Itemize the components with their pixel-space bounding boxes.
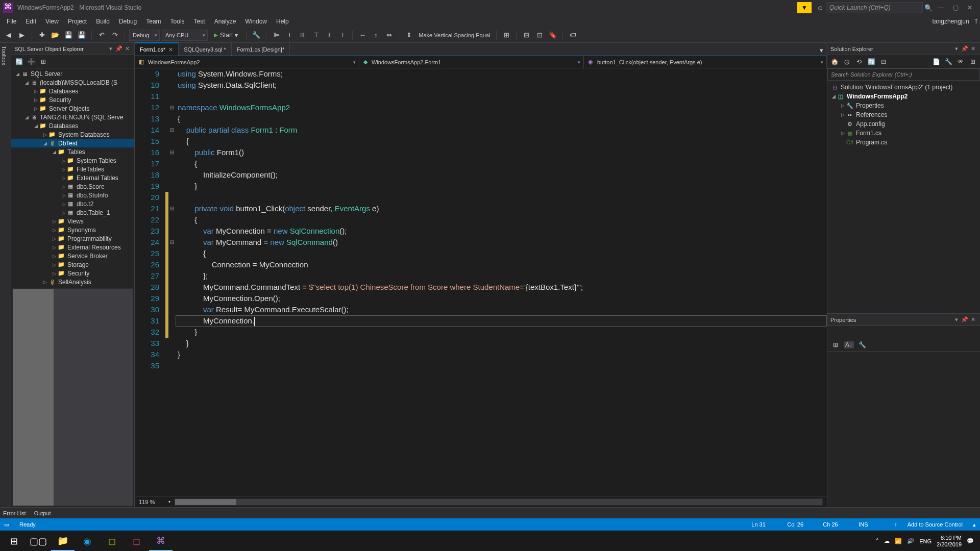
- maximize-button[interactable]: ▢: [948, 4, 963, 11]
- menu-file[interactable]: File: [2, 18, 21, 25]
- tray-lang[interactable]: ENG: [919, 538, 932, 544]
- tray-notifications-icon[interactable]: 💬: [967, 538, 974, 544]
- tab-sqlquery3[interactable]: SQLQuery3.sql *: [179, 43, 232, 56]
- explorer-taskbar-icon[interactable]: 📁: [51, 532, 75, 551]
- solution-tree[interactable]: ⊡Solution 'WindowsFormsApp2' (1 project)…: [827, 81, 980, 313]
- editor-hscroll[interactable]: [175, 498, 823, 506]
- menu-build[interactable]: Build: [91, 18, 114, 25]
- menu-analyze[interactable]: Analyze: [210, 18, 241, 25]
- props-az-icon[interactable]: A↓: [844, 341, 854, 348]
- sql-tree[interactable]: ◢🖥SQL Server ◢🖥(localdb)\MSSQLLocalDB (S…: [11, 68, 134, 287]
- menu-help[interactable]: Help: [272, 18, 293, 25]
- app-taskbar-icon-2[interactable]: ◻: [125, 532, 148, 551]
- undo-button[interactable]: ↶: [96, 30, 107, 41]
- menu-debug[interactable]: Debug: [114, 18, 141, 25]
- browser-taskbar-icon[interactable]: ◉: [76, 532, 99, 551]
- dropdown-icon[interactable]: ▾: [107, 45, 115, 52]
- se-collapse-icon[interactable]: ⊟: [878, 58, 889, 65]
- tray-up-icon[interactable]: ˄: [876, 538, 879, 544]
- uncomment-icon[interactable]: ⊡: [534, 30, 545, 41]
- tabs-dropdown-icon[interactable]: ▾: [816, 44, 827, 56]
- output-tab[interactable]: Output: [34, 510, 51, 516]
- sql-hscroll[interactable]: [12, 288, 133, 506]
- nav-member-combo[interactable]: button1_Click(object sender, EventArgs e…: [584, 56, 827, 68]
- save-button[interactable]: 💾: [63, 30, 74, 41]
- se-refresh-icon[interactable]: 🔄: [866, 58, 876, 65]
- close-button[interactable]: ✕: [963, 4, 977, 11]
- se-pin-icon[interactable]: 📌: [961, 45, 969, 52]
- system-tray[interactable]: ˄ ☁ 📶 🔊 ENG 8:10 PM 2/20/2019 💬: [876, 535, 978, 548]
- bookmark2-icon[interactable]: 🏷: [567, 30, 578, 41]
- nav-fwd-button[interactable]: ▶: [16, 30, 28, 41]
- menu-tools[interactable]: Tools: [166, 18, 189, 25]
- tray-clock[interactable]: 8:10 PM 2/20/2019: [937, 535, 962, 548]
- align-top-icon[interactable]: ⊤: [310, 30, 322, 41]
- vspacing-icon[interactable]: ⇕: [403, 30, 414, 41]
- se-preview-icon[interactable]: 👁: [955, 58, 966, 65]
- hspace-icon[interactable]: ↔: [357, 30, 368, 41]
- align-mid-icon[interactable]: ⁞: [324, 30, 335, 41]
- pin-icon[interactable]: 📌: [115, 45, 123, 52]
- layout-icon[interactable]: 🔧: [251, 30, 262, 41]
- tab-form1-design[interactable]: Form1.cs [Design]*: [232, 43, 290, 56]
- props-wrench-icon[interactable]: 🔧: [857, 341, 867, 348]
- user-avatar[interactable]: T: [974, 18, 978, 25]
- align-right-icon[interactable]: ⊪: [297, 30, 308, 41]
- app-taskbar-icon-1[interactable]: ◻: [100, 532, 124, 551]
- se-back-icon[interactable]: ◶: [842, 58, 852, 65]
- start-button[interactable]: Start ▾: [210, 32, 242, 39]
- tray-cloud-icon[interactable]: ☁: [884, 538, 890, 544]
- se-close-icon[interactable]: ✕: [969, 45, 977, 52]
- nav-back-button[interactable]: ◀: [3, 30, 14, 41]
- task-view-button[interactable]: ▢▢: [27, 532, 50, 551]
- menu-test[interactable]: Test: [189, 18, 210, 25]
- se-home-icon[interactable]: 🏠: [829, 58, 840, 65]
- se-dropdown-icon[interactable]: ▾: [952, 45, 961, 52]
- zoom-combo[interactable]: 119 %: [139, 499, 164, 505]
- search-icon[interactable]: 🔍: [923, 2, 934, 13]
- config-combo[interactable]: Debug: [129, 30, 160, 41]
- close-panel-icon[interactable]: ✕: [123, 45, 131, 52]
- quick-launch-input[interactable]: Quick Launch (Ctrl+Q): [826, 2, 923, 13]
- menu-edit[interactable]: Edit: [21, 18, 41, 25]
- align-center-icon[interactable]: ⁞: [284, 30, 295, 41]
- se-sync-icon[interactable]: ⟲: [854, 58, 864, 65]
- spacing-label[interactable]: Make Vertical Spacing Equal: [416, 32, 492, 38]
- props-dropdown-icon[interactable]: ▾: [952, 316, 961, 323]
- error-list-tab[interactable]: Error List: [3, 510, 26, 516]
- new-project-button[interactable]: ✚: [36, 30, 47, 41]
- status-source-control[interactable]: Add to Source Control: [908, 521, 963, 528]
- platform-combo[interactable]: Any CPU: [162, 30, 208, 41]
- se-props-icon[interactable]: 🔧: [943, 58, 953, 65]
- space-icon[interactable]: ⇔: [383, 30, 395, 41]
- align-left-icon[interactable]: ⊫: [271, 30, 282, 41]
- bookmark-icon[interactable]: 🔖: [547, 30, 558, 41]
- tray-speaker-icon[interactable]: 🔊: [907, 538, 914, 544]
- status-publish-icon[interactable]: ↑: [894, 521, 897, 528]
- align-bot-icon[interactable]: ⊥: [337, 30, 348, 41]
- tab-order-icon[interactable]: ⊞: [501, 30, 512, 41]
- se-showall-icon[interactable]: 📄: [931, 58, 941, 65]
- open-button[interactable]: 📂: [50, 30, 61, 41]
- menu-window[interactable]: Window: [240, 18, 272, 25]
- nav-project-combo[interactable]: WindowsFormsApp2: [135, 56, 359, 68]
- se-view-icon[interactable]: ⊞: [968, 58, 978, 65]
- start-menu-button[interactable]: ⊞: [2, 532, 26, 551]
- refresh-icon[interactable]: 🔄: [14, 58, 23, 65]
- group-icon[interactable]: ⊞: [39, 58, 48, 65]
- tray-wifi-icon[interactable]: 📶: [895, 538, 902, 544]
- minimize-button[interactable]: —: [934, 4, 948, 11]
- props-pin-icon[interactable]: 📌: [961, 316, 969, 323]
- vs-taskbar-icon[interactable]: ⌘: [149, 532, 173, 551]
- props-cat-icon[interactable]: ⊞: [830, 341, 841, 348]
- add-server-icon[interactable]: ➕: [27, 58, 36, 65]
- tab-form1-cs[interactable]: Form1.cs*✕: [135, 42, 179, 56]
- notification-flag-icon[interactable]: ▼: [797, 2, 812, 13]
- menu-project[interactable]: Project: [63, 18, 91, 25]
- save-all-button[interactable]: 💾: [76, 30, 87, 41]
- comment-icon[interactable]: ⊟: [521, 30, 532, 41]
- nav-class-combo[interactable]: WindowsFormsApp2.Form1: [359, 56, 584, 68]
- tab-close-icon[interactable]: ✕: [168, 46, 173, 53]
- menu-team[interactable]: Team: [141, 18, 165, 25]
- toolbox-tab[interactable]: Toolbox: [1, 46, 7, 504]
